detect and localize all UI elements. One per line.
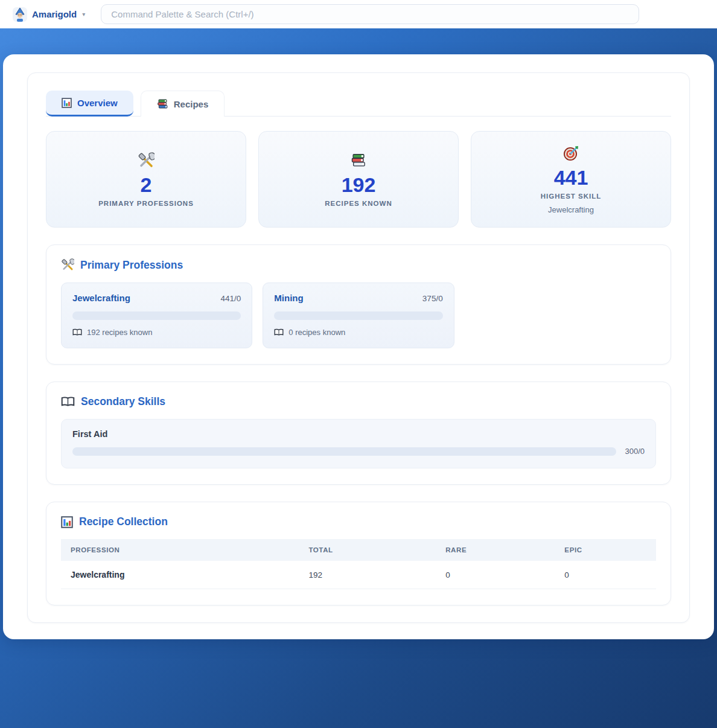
column-header-profession: PROFESSION	[61, 539, 299, 561]
profession-name: Mining	[274, 293, 303, 303]
skill-progress-bar	[72, 447, 616, 456]
skill-name: First Aid	[72, 429, 645, 439]
books-icon	[351, 152, 366, 170]
recipes-known-text: 0 recipes known	[288, 328, 345, 337]
cell-profession: Jewelcrafting	[61, 561, 299, 589]
open-book-icon	[61, 396, 75, 407]
dart-target-icon	[562, 144, 579, 162]
stat-card-recipes-known: 192 RECIPES KNOWN	[258, 131, 459, 228]
table-header-row: PROFESSION TOTAL RARE EPIC	[61, 539, 656, 561]
table-row: Jewelcrafting 192 0 0	[61, 561, 656, 589]
skill-value: 300/0	[625, 447, 645, 456]
page-background: Overview	[0, 28, 717, 728]
profession-skill-value: 375/0	[422, 294, 443, 303]
stats-row: 2 PRIMARY PROFESSIONS	[46, 131, 671, 228]
profession-skill-value: 441/0	[221, 294, 241, 303]
stat-label: RECIPES KNOWN	[325, 200, 392, 207]
stat-label: HIGHEST SKILL	[541, 193, 602, 200]
skill-item-first-aid: First Aid 300/0	[61, 419, 656, 468]
profession-grid: Jewelcrafting 441/0	[61, 283, 656, 348]
recipe-collection-section: Recipe Collection PROFESSION TOTAL RARE …	[46, 502, 671, 605]
recipes-known-text: 192 recipes known	[87, 328, 152, 337]
hammer-wrench-icon	[61, 258, 74, 272]
profession-progress-bar	[72, 311, 241, 320]
tab-overview[interactable]: Overview	[46, 91, 133, 117]
secondary-skills-section: Secondary Skills First Aid 300/0	[46, 382, 671, 485]
page: Amarigold ▾	[0, 0, 717, 728]
cell-total: 192	[299, 561, 436, 589]
stat-card-highest-skill: 441 HIGHEST SKILL Jewelcrafting	[471, 131, 671, 228]
top-bar: Amarigold ▾	[0, 0, 717, 28]
bar-chart-icon	[61, 516, 73, 528]
tab-overview-label: Overview	[77, 98, 118, 108]
hammer-wrench-icon	[138, 152, 155, 170]
stat-label: PRIMARY PROFESSIONS	[98, 200, 194, 207]
stat-sublabel: Jewelcrafting	[548, 205, 594, 214]
content-sheet: Overview	[3, 54, 714, 639]
open-book-icon	[72, 328, 82, 336]
section-header: Recipe Collection	[61, 516, 656, 528]
tab-recipes-label: Recipes	[174, 99, 209, 109]
column-header-rare: RARE	[436, 539, 555, 561]
cell-rare: 0	[436, 561, 555, 589]
column-header-total: TOTAL	[299, 539, 436, 561]
dashboard-card: Overview	[27, 72, 690, 623]
section-title: Recipe Collection	[79, 516, 168, 528]
bar-chart-icon	[62, 98, 72, 108]
tab-recipes[interactable]: Recipes	[141, 91, 225, 117]
open-book-icon	[274, 328, 284, 336]
profession-name: Jewelcrafting	[72, 293, 130, 303]
section-title: Secondary Skills	[81, 395, 165, 408]
character-name: Amarigold	[32, 9, 77, 19]
profession-card-mining: Mining 375/0	[263, 283, 454, 348]
books-icon	[157, 99, 168, 109]
recipe-collection-table: PROFESSION TOTAL RARE EPIC Jewelcrafting…	[61, 539, 656, 589]
primary-professions-section: Primary Professions Jewelcrafting 441/0	[46, 244, 671, 365]
stat-value: 2	[141, 173, 152, 197]
tab-bar: Overview	[46, 90, 671, 117]
stat-card-primary-professions: 2 PRIMARY PROFESSIONS	[46, 131, 246, 228]
character-menu[interactable]: Amarigold ▾	[7, 4, 90, 25]
profession-card-jewelcrafting: Jewelcrafting 441/0	[61, 283, 252, 348]
profession-progress-bar	[274, 311, 442, 320]
section-title: Primary Professions	[80, 259, 183, 272]
section-header: Secondary Skills	[61, 395, 656, 408]
profession-grid-empty-cell	[465, 283, 656, 348]
section-header: Primary Professions	[61, 258, 656, 272]
stat-value: 192	[342, 173, 376, 197]
column-header-epic: EPIC	[555, 539, 656, 561]
cell-epic: 0	[555, 561, 656, 589]
chevron-down-icon: ▾	[82, 11, 85, 18]
wizard-avatar-icon	[12, 7, 28, 22]
stat-value: 441	[554, 166, 588, 190]
command-palette-search-input[interactable]	[101, 4, 639, 24]
